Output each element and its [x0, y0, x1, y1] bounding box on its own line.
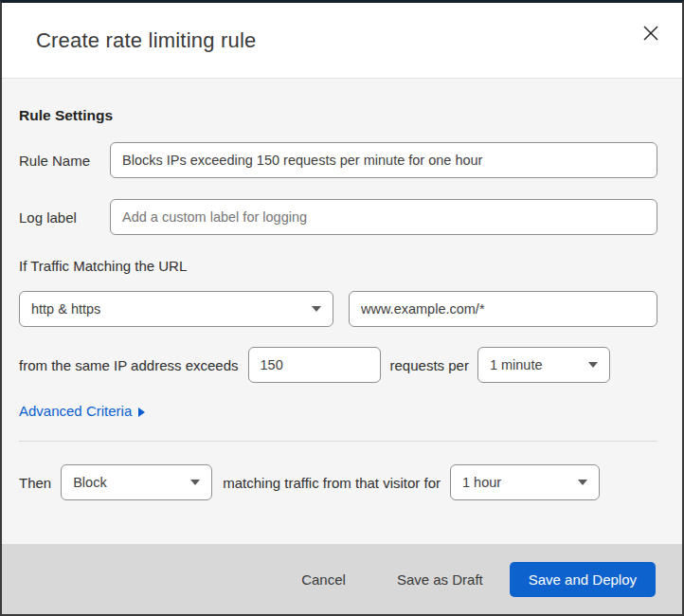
- save-as-draft-button[interactable]: Save as Draft: [387, 564, 493, 595]
- duration-select[interactable]: 1 hour: [450, 464, 600, 500]
- period-select-value: 1 minute: [490, 357, 543, 372]
- duration-select-value: 1 hour: [462, 475, 501, 490]
- chevron-down-icon: [312, 306, 321, 312]
- url-pattern-input[interactable]: [349, 291, 657, 327]
- log-label-input[interactable]: [110, 199, 657, 235]
- advanced-criteria-label: Advanced Criteria: [19, 403, 132, 419]
- threshold-row: from the same IP address exceeds request…: [19, 347, 657, 383]
- section-divider: [19, 441, 657, 442]
- requests-per-text: requests per: [390, 357, 469, 373]
- dialog-title: Create rate limiting rule: [36, 28, 256, 53]
- advanced-criteria-link[interactable]: Advanced Criteria: [19, 403, 145, 419]
- close-button[interactable]: [639, 22, 663, 46]
- threshold-prefix-text: from the same IP address exceeds: [19, 357, 239, 373]
- close-icon: [642, 25, 659, 45]
- dialog-footer: Cancel Save as Draft Save and Deploy: [2, 544, 682, 614]
- action-select[interactable]: Block: [61, 464, 212, 500]
- chevron-down-icon: [588, 362, 598, 368]
- scheme-select-value: http & https: [31, 301, 100, 317]
- log-label-label: Log label: [19, 209, 110, 226]
- arrow-right-icon: [138, 408, 145, 417]
- chevron-down-icon: [578, 480, 587, 485]
- rule-name-input[interactable]: [110, 142, 657, 178]
- log-label-row: Log label: [19, 199, 657, 235]
- dialog-header: Create rate limiting rule: [2, 3, 682, 79]
- create-rate-limiting-rule-dialog: Create rate limiting rule Rule Settings …: [0, 0, 684, 616]
- save-and-deploy-button[interactable]: Save and Deploy: [510, 562, 656, 597]
- chevron-down-icon: [190, 480, 200, 485]
- rule-settings-heading: Rule Settings: [19, 107, 657, 124]
- action-row: Then Block matching traffic from that vi…: [19, 464, 657, 500]
- cancel-button[interactable]: Cancel: [292, 564, 355, 595]
- then-label: Then: [19, 475, 51, 491]
- requests-count-input[interactable]: [248, 347, 381, 383]
- rule-name-label: Rule Name: [19, 153, 110, 169]
- rule-name-row: Rule Name: [19, 142, 657, 178]
- period-select[interactable]: 1 minute: [477, 347, 610, 383]
- traffic-match-intro: If Traffic Matching the URL: [19, 258, 657, 274]
- dialog-body: Rule Settings Rule Name Log label If Tra…: [2, 79, 682, 544]
- scheme-select[interactable]: http & https: [19, 291, 333, 327]
- url-match-row: http & https: [19, 291, 657, 327]
- action-select-value: Block: [73, 475, 106, 490]
- action-middle-text: matching traffic from that visitor for: [223, 475, 441, 491]
